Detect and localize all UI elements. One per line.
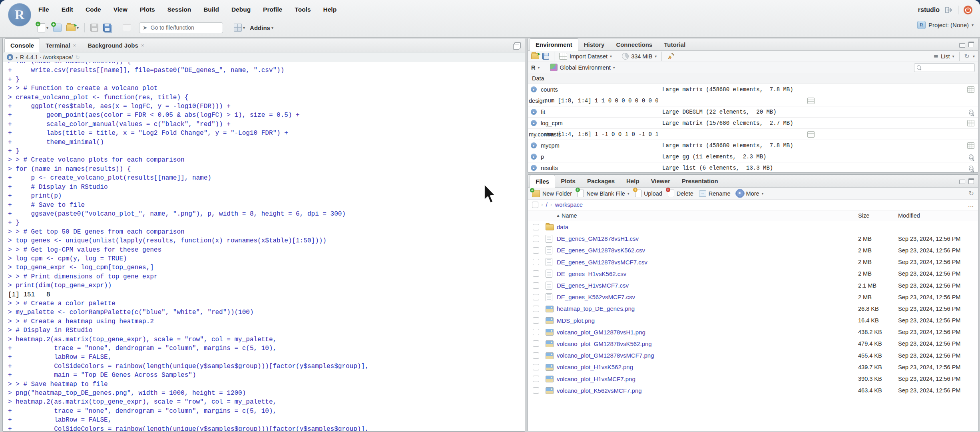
file-name-link[interactable]: DE_genes_H1vsMCF7.csv: [557, 282, 858, 289]
maximize-pane-icon[interactable]: [968, 42, 974, 47]
files-tab[interactable]: Viewer: [645, 175, 676, 187]
file-checkbox[interactable]: [533, 352, 539, 359]
object-action-icon[interactable]: [967, 86, 974, 93]
menu-item[interactable]: Tools: [294, 5, 311, 14]
environment-object-row[interactable]: ▸ log_cpm Large matrix (157680 elements,…: [528, 118, 978, 129]
file-name-link[interactable]: volcano_plot_H1vsMCF7.png: [557, 376, 858, 382]
environment-object-row[interactable]: ▸ my.contrasts num [1:4, 1:6] 1 -1 0 0 1…: [528, 129, 978, 140]
files-tab[interactable]: Packages: [582, 175, 621, 187]
language-selector[interactable]: R ▾: [531, 64, 540, 71]
power-button[interactable]: [963, 5, 973, 15]
restore-panes-icon[interactable]: [514, 42, 521, 48]
environment-tab[interactable]: Connections: [610, 38, 658, 50]
file-name-link[interactable]: volcano_plot_K562vsMCF7.png: [557, 387, 858, 394]
file-name-link[interactable]: volcano_plot_GM12878vsK562.png: [557, 340, 858, 347]
column-header-size[interactable]: Size: [858, 212, 898, 219]
files-tab[interactable]: Plots: [555, 175, 582, 187]
file-name-link[interactable]: MDS_plot.png: [557, 317, 858, 324]
file-row[interactable]: volcano_plot_GM12878vsK562.png 479.4 KB …: [528, 338, 978, 350]
column-header-name[interactable]: ▲Name: [557, 212, 858, 219]
file-name-link[interactable]: volcano_plot_H1vsK562.png: [557, 364, 858, 370]
expand-object-icon[interactable]: ▸: [531, 165, 537, 171]
refresh-environment-icon[interactable]: ↻: [964, 52, 970, 60]
file-checkbox[interactable]: [533, 364, 539, 370]
open-file-button[interactable]: ➤▾: [66, 24, 80, 32]
maximize-pane-icon[interactable]: [968, 178, 974, 184]
file-row[interactable]: DE_genes_GM12878vsK562.csv 2 MB Sep 23, …: [528, 244, 978, 256]
file-row[interactable]: volcano_plot_H1vsMCF7.png 390.3 KB Sep 2…: [528, 373, 978, 384]
file-checkbox[interactable]: [533, 259, 539, 265]
menu-item[interactable]: Plots: [139, 5, 156, 14]
files-toolbar-button[interactable]: + Delete ▾: [668, 190, 693, 197]
expand-object-icon[interactable]: ▸: [531, 86, 537, 92]
file-checkbox[interactable]: [533, 282, 539, 289]
save-button[interactable]: [90, 23, 99, 32]
menu-item[interactable]: Build: [203, 5, 220, 14]
new-project-button[interactable]: +: [52, 23, 62, 33]
menu-item[interactable]: Code: [85, 5, 102, 14]
file-row[interactable]: DE_genes_H1vsMCF7.csv 2.1 MB Sep 23, 202…: [528, 280, 978, 291]
environment-tab[interactable]: Tutorial: [658, 38, 691, 50]
file-checkbox[interactable]: [533, 376, 539, 382]
file-name-link[interactable]: heatmap_top_DE_genes.png: [557, 305, 858, 312]
environment-object-row[interactable]: ▸ mycpm Large matrix (458680 elements, 7…: [528, 140, 978, 151]
file-checkbox[interactable]: [533, 306, 539, 312]
panes-layout-button[interactable]: ▾: [233, 23, 246, 32]
file-checkbox[interactable]: [533, 247, 539, 254]
environment-search-input[interactable]: [923, 64, 972, 71]
file-row[interactable]: heatmap_top_DE_genes.png 26.8 KB Sep 23,…: [528, 303, 978, 314]
file-row[interactable]: volcano_plot_H1vsK562.png 439.7 KB Sep 2…: [528, 361, 978, 373]
object-action-icon[interactable]: [807, 98, 815, 104]
new-file-button[interactable]: +▾: [37, 22, 49, 33]
file-row[interactable]: DE_genes_GM12878vsH1.csv 2 MB Sep 23, 20…: [528, 233, 978, 244]
menu-item[interactable]: Help: [323, 5, 338, 14]
select-all-checkbox[interactable]: [532, 202, 538, 208]
environment-object-row[interactable]: ▸ design num [1:8, 1:4] 1 1 0 0 0 0 0 0 …: [528, 95, 978, 106]
save-all-button[interactable]: [102, 23, 112, 32]
project-selector[interactable]: R Project: (None) ▾: [917, 21, 974, 29]
object-action-icon[interactable]: [967, 120, 974, 126]
menu-item[interactable]: View: [113, 5, 128, 14]
refresh-files-icon[interactable]: ↻: [969, 190, 974, 197]
menu-item[interactable]: Session: [167, 5, 192, 14]
object-action-icon[interactable]: [969, 166, 973, 170]
menu-item[interactable]: Profile: [262, 5, 283, 14]
menu-item[interactable]: File: [38, 5, 50, 14]
breadcrumb-root[interactable]: /: [546, 202, 548, 208]
file-row[interactable]: DE_genes_K562vsMCF7.csv 2 MB Sep 23, 202…: [528, 291, 978, 303]
expand-object-icon[interactable]: ▸: [531, 120, 537, 126]
object-action-icon[interactable]: [967, 142, 974, 149]
console-tab[interactable]: Background Jobs ×: [82, 38, 150, 52]
file-checkbox[interactable]: [533, 340, 539, 347]
files-toolbar-button[interactable]: + Rename ▾: [699, 190, 731, 197]
close-tab-icon[interactable]: ×: [73, 42, 76, 48]
file-name-link[interactable]: volcano_plot_GM12878vsMCF7.png: [557, 352, 858, 359]
files-toolbar-button[interactable]: + Upload ▾: [635, 190, 662, 197]
files-tab[interactable]: Help: [621, 175, 645, 187]
file-name-link[interactable]: DE_genes_K562vsMCF7.csv: [557, 294, 858, 300]
file-checkbox[interactable]: [533, 270, 539, 277]
console-tab[interactable]: Console ×: [4, 38, 40, 52]
object-action-icon[interactable]: [969, 110, 973, 114]
environment-object-row[interactable]: ▸ results Large list (6 elements, 13.3 M…: [528, 162, 978, 173]
file-checkbox[interactable]: [533, 317, 539, 324]
console-tab[interactable]: Terminal ×: [40, 38, 82, 52]
minimize-pane-icon[interactable]: [959, 43, 965, 48]
memory-usage-button[interactable]: 334 MiB ▾: [622, 53, 657, 60]
file-row[interactable]: MDS_plot.png 16.4 KB Sep 23, 2024, 12:56…: [528, 315, 978, 326]
file-row[interactable]: volcano_plot_GM12878vsH1.png 438.2 KB Se…: [528, 326, 978, 338]
files-tab[interactable]: Presentation: [676, 175, 724, 187]
file-checkbox[interactable]: [533, 329, 539, 335]
environment-tab[interactable]: History: [578, 38, 611, 50]
file-row[interactable]: DE_genes_H1vsK562.csv 2 MB Sep 23, 2024,…: [528, 268, 978, 280]
expand-object-icon[interactable]: ▸: [531, 142, 537, 148]
files-toolbar-button[interactable]: + New Blank File ▾: [578, 190, 629, 197]
file-name-link[interactable]: DE_genes_GM12878vsH1.csv: [557, 235, 858, 242]
goto-file-input[interactable]: [150, 24, 219, 31]
menu-item[interactable]: Debug: [231, 5, 251, 14]
environment-object-row[interactable]: ▸ p Large gg (11 elements, 2.3 MB): [528, 151, 978, 162]
object-action-icon[interactable]: [807, 131, 815, 138]
file-name-link[interactable]: volcano_plot_GM12878vsH1.png: [557, 329, 858, 336]
environment-selector[interactable]: Global Environment ▾: [550, 64, 615, 71]
print-button[interactable]: [122, 24, 132, 32]
